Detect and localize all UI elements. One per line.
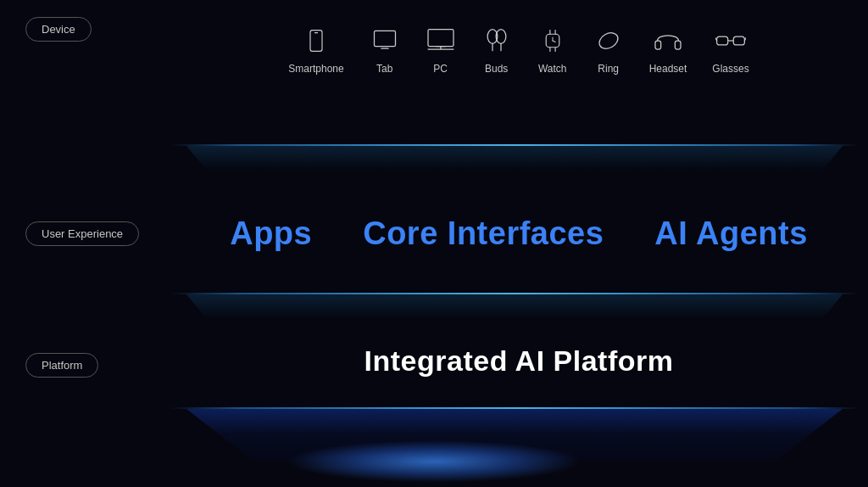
device-item-ring: Ring <box>593 25 624 75</box>
ux-row: User Experience Apps Core Interfaces AI … <box>0 174 868 293</box>
shelf-1 <box>0 144 868 174</box>
shelf-1-body <box>186 146 843 170</box>
device-item-smartphone: Smartphone <box>288 25 343 75</box>
tab-icon <box>370 25 400 56</box>
device-item-watch: Watch <box>537 25 568 75</box>
svg-point-19 <box>596 30 620 52</box>
tab-label: Tab <box>376 63 392 75</box>
devices-list: Smartphone Tab <box>0 17 868 75</box>
device-item-glasses: Glasses <box>712 25 748 75</box>
shelf-2-top-line <box>170 293 860 294</box>
svg-rect-0 <box>310 31 322 52</box>
device-item-tab: Tab <box>370 25 400 75</box>
buds-icon <box>481 25 512 56</box>
svg-line-18 <box>553 41 555 42</box>
main-layout: Device Smartphone <box>0 0 868 487</box>
platform-label-pill: Platform <box>25 353 98 378</box>
glasses-icon <box>715 25 746 56</box>
ux-label-text: User Experience <box>42 227 123 240</box>
svg-rect-2 <box>374 31 395 46</box>
pc-label: PC <box>433 63 448 75</box>
svg-rect-21 <box>675 41 681 49</box>
ring-label: Ring <box>598 63 619 75</box>
ux-label-pill: User Experience <box>25 221 139 246</box>
svg-rect-20 <box>655 41 661 49</box>
shelf-2 <box>0 293 868 322</box>
device-label-text: Device <box>42 23 75 36</box>
platform-text-container: Integrated AI Platform <box>0 344 868 386</box>
ux-ai-agents-label: AI Agents <box>654 216 807 252</box>
shelf-3 <box>0 407 868 487</box>
shelf-3-glow <box>286 440 582 483</box>
shelf-3-top-line <box>170 407 860 409</box>
integrated-ai-platform-label: Integrated AI Platform <box>364 344 674 378</box>
watch-icon <box>537 25 568 56</box>
platform-row: Platform Integrated AI Platform <box>0 322 868 407</box>
device-item-pc: PC <box>426 25 456 75</box>
watch-label: Watch <box>538 63 567 75</box>
device-item-buds: Buds <box>481 25 512 75</box>
pc-icon <box>426 25 456 56</box>
svg-rect-23 <box>733 36 744 45</box>
smartphone-label: Smartphone <box>288 63 343 75</box>
svg-rect-22 <box>717 36 728 45</box>
buds-label: Buds <box>485 63 508 75</box>
platform-label-text: Platform <box>42 359 82 372</box>
device-label-pill: Device <box>25 17 92 42</box>
headset-icon <box>653 25 683 56</box>
shelf-1-top-line <box>170 144 860 146</box>
smartphone-icon <box>301 25 331 56</box>
ux-apps-label: Apps <box>230 216 312 252</box>
shelf-2-body <box>186 294 843 318</box>
svg-rect-4 <box>428 30 453 47</box>
glasses-label: Glasses <box>712 63 748 75</box>
ring-icon <box>593 25 624 56</box>
device-item-headset: Headset <box>649 25 687 75</box>
device-row: Device Smartphone <box>0 0 868 144</box>
ux-core-interfaces-label: Core Interfaces <box>363 216 604 252</box>
headset-label: Headset <box>649 63 687 75</box>
